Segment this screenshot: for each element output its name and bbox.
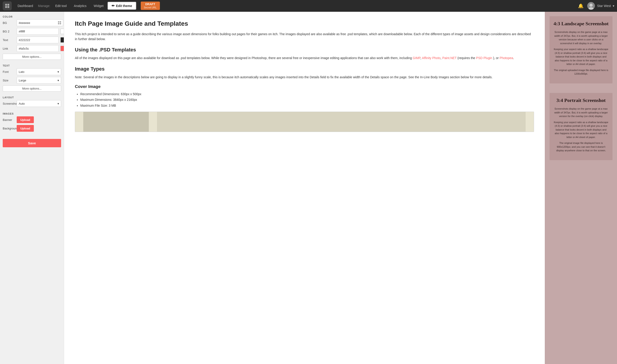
font-chevron-icon: ▾ <box>57 70 59 74</box>
landscape-card-text2: Keeping your aspect ratio as a shallow l… <box>553 47 609 66</box>
bell-icon[interactable]: 🔔 <box>577 2 585 10</box>
landscape-card-text3: The original uploaded image file display… <box>553 68 609 76</box>
text-color-swatch[interactable] <box>60 37 64 43</box>
draft-button[interactable]: DRAFT Secret URL <box>141 1 160 10</box>
portrait-card-title: 3:4 Portrait Screenshot <box>556 97 605 103</box>
banner-label: Banner <box>3 118 15 122</box>
analytics-nav-item[interactable]: Analytics <box>71 3 90 9</box>
username-label: Star West <box>597 4 611 8</box>
screenshots-value: Auto <box>19 102 25 105</box>
landscape-card-title: 4:3 Landscape Screenshot <box>553 21 608 26</box>
text-color-label: Text <box>3 38 15 42</box>
edit-theme-button[interactable]: ✏ Edit theme <box>108 2 136 10</box>
affinity-link[interactable]: Affinity Photo <box>422 56 440 60</box>
images-section: IMAGES Banner Upload Background Upload <box>3 112 61 133</box>
layout-section-title: LAYOUT <box>3 96 61 99</box>
content-area: Itch Page Image Guide and Templates This… <box>64 12 617 364</box>
portrait-screenshot-card: 3:4 Portrait Screenshot Screenshots disp… <box>545 88 617 165</box>
font-select[interactable]: Lato ▾ <box>17 68 61 75</box>
list-item: Maximum File Size: 3 MB <box>80 103 534 108</box>
link-color-input[interactable]: #fa5c5c <box>17 45 59 52</box>
screenshots-select[interactable]: Auto ▾ <box>17 100 61 107</box>
bg2-color-row: BG 2 #ffffff <box>3 28 61 35</box>
text-section: TEXT Font Lato ▾ Size Large ▾ More optio… <box>3 64 61 92</box>
font-row: Font Lato ▾ <box>3 68 61 75</box>
portrait-card-text1: Screenshots display on the game page at … <box>553 107 609 118</box>
svg-rect-1 <box>7 4 9 6</box>
intro-paragraph: This itch project is intended to serve a… <box>75 32 534 42</box>
svg-rect-0 <box>5 4 7 6</box>
svg-rect-7 <box>83 112 149 132</box>
text-color-value-input[interactable]: #222222 <box>19 38 57 42</box>
page-title: Itch Page Image Guide and Templates <box>75 20 534 27</box>
psd-plugin-link[interactable]: PSD Plugin <box>476 56 492 60</box>
bg-label: BG <box>3 21 15 25</box>
images-section-title: IMAGES <box>3 112 61 115</box>
pencil-icon: ✏ <box>112 4 115 8</box>
paintnet-link[interactable]: Paint.NET <box>442 56 457 60</box>
background-label: Background <box>3 127 15 130</box>
size-label: Size <box>3 79 15 82</box>
bg-value-input[interactable]: #eeeeee <box>19 21 57 25</box>
landscape-screenshot-card: 4:3 Landscape Screenshot Screenshots dis… <box>545 12 617 88</box>
screenshots-label: Screenshots <box>3 102 15 105</box>
link-color-label: Link <box>3 47 15 50</box>
background-upload-button[interactable]: Upload <box>17 125 34 132</box>
section1-title: Using the .PSD Templates <box>75 47 534 53</box>
main-content: Itch Page Image Guide and Templates This… <box>64 12 545 364</box>
edit-theme-label: Edit theme <box>116 4 132 8</box>
bg2-color-swatch[interactable] <box>60 29 64 34</box>
layout-section: LAYOUT Screenshots Auto ▾ <box>3 96 61 109</box>
widget-nav-item[interactable]: Widget <box>91 3 107 9</box>
background-row: Background Upload <box>3 125 61 132</box>
photopea-link[interactable]: Photopea <box>500 56 513 60</box>
cover-image-list: Recommended Dimensions: 630px x 500px Ma… <box>75 91 534 108</box>
landscape-card-text1: Screenshots display on the game page at … <box>553 30 609 45</box>
text-section-title: TEXT <box>3 64 61 67</box>
draft-label: DRAFT <box>144 2 157 6</box>
secret-url-label: Secret URL <box>144 6 157 9</box>
color-more-options-button[interactable]: More options... <box>3 54 61 60</box>
font-label: Font <box>3 70 15 74</box>
bg2-label: BG 2 <box>3 30 15 33</box>
svg-point-5 <box>589 7 593 10</box>
gimp-link[interactable]: GIMP <box>413 56 420 60</box>
list-item: Recommended Dimensions: 630px x 500px <box>80 91 534 97</box>
save-button[interactable]: Save <box>3 139 61 147</box>
section2-title: Image Types <box>75 66 534 72</box>
user-menu-chevron-icon[interactable]: ▾ <box>613 4 614 8</box>
svg-rect-8 <box>157 112 526 132</box>
bg-input[interactable]: #eeeeee <box>17 19 63 26</box>
text-more-options-button[interactable]: More options... <box>3 85 61 91</box>
screenshots-row: Screenshots Auto ▾ <box>3 100 61 107</box>
sidebar: COLOR BG #eeeeee BG 2 #ffffff Te <box>0 12 64 364</box>
banner-upload-button[interactable]: Upload <box>17 116 34 123</box>
link-color-value-input[interactable]: #fa5c5c <box>19 47 57 50</box>
text-color-input[interactable]: #222222 <box>17 37 59 43</box>
logo[interactable] <box>3 1 12 10</box>
avatar[interactable] <box>587 2 595 10</box>
link-color-swatch[interactable] <box>60 46 64 51</box>
edit-tool-nav-item[interactable]: Edit tool <box>52 3 70 9</box>
color-section-title: COLOR <box>3 15 61 18</box>
cover-image-preview <box>75 112 534 132</box>
manage-label: Manage: <box>37 3 51 9</box>
grid-icon <box>58 21 61 24</box>
svg-rect-3 <box>7 6 9 8</box>
size-row: Size Large ▾ <box>3 77 61 84</box>
portrait-card-text3: The original image file displayed here i… <box>553 141 609 153</box>
dashboard-nav-item[interactable]: Dashboard <box>14 3 36 9</box>
size-value: Large <box>19 79 26 82</box>
top-navigation: Dashboard Manage: Edit tool Analytics Wi… <box>0 0 617 12</box>
link-color-row: Link #fa5c5c <box>3 45 61 52</box>
bg2-input[interactable]: #ffffff <box>17 28 59 35</box>
svg-point-4 <box>590 4 593 7</box>
text-color-row: Text #222222 <box>3 37 61 43</box>
size-select[interactable]: Large ▾ <box>17 77 61 84</box>
bg2-value-input[interactable]: #ffffff <box>19 30 57 33</box>
bg-color-row: BG #eeeeee <box>3 19 61 26</box>
color-section: COLOR BG #eeeeee BG 2 #ffffff Te <box>3 15 61 61</box>
right-panel: 4:3 Landscape Screenshot Screenshots dis… <box>545 12 617 364</box>
landscape-screenshot-card-inner: 4:3 Landscape Screenshot Screenshots dis… <box>550 16 613 83</box>
screenshots-chevron-icon: ▾ <box>57 102 59 105</box>
